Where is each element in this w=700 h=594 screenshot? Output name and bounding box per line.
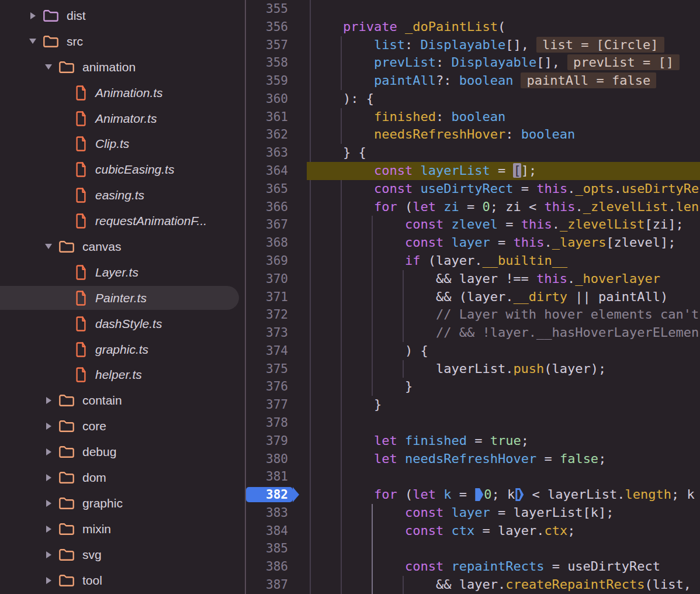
line-number-360[interactable]: 360 <box>246 90 307 108</box>
chevron-down-icon[interactable] <box>26 39 40 44</box>
code-content-373[interactable]: // && !layer.__hasHoverLayerELemen <box>307 324 700 342</box>
tree-item-core[interactable]: core <box>0 413 245 439</box>
code-content-378[interactable] <box>307 414 700 432</box>
tree-item-canvas[interactable]: canvas <box>0 234 245 260</box>
tree-item-graphic-ts[interactable]: graphic.ts <box>0 337 245 362</box>
tree-item-clip-ts[interactable]: Clip.ts <box>0 131 245 157</box>
tree-item-src[interactable]: src <box>0 29 245 54</box>
line-number-384[interactable]: 384 <box>246 522 307 540</box>
line-number-364[interactable]: 364 <box>246 162 307 180</box>
chevron-right-icon[interactable] <box>41 423 56 430</box>
code-content-356[interactable]: private _doPaintList( <box>307 18 700 36</box>
line-number-357[interactable]: 357 <box>246 36 307 54</box>
code-content-381[interactable] <box>307 468 700 486</box>
tree-item-graphic[interactable]: graphic <box>0 491 245 516</box>
code-content-362[interactable]: needsRefreshHover: boolean <box>307 126 700 144</box>
line-number-373[interactable]: 373 <box>246 324 307 342</box>
line-number-363[interactable]: 363 <box>246 144 307 162</box>
code-content-383[interactable]: const layer = layerList[k]; <box>307 504 700 522</box>
tree-item-layer-ts[interactable]: Layer.ts <box>0 260 245 285</box>
line-number-380[interactable]: 380 <box>246 450 307 468</box>
code-content-386[interactable]: const repaintRects = useDirtyRect <box>307 558 700 576</box>
chevron-down-icon[interactable] <box>41 64 56 70</box>
code-content-357[interactable]: list: Displayable[],list = [Circle] <box>307 36 700 54</box>
line-number-361[interactable]: 361 <box>246 108 307 126</box>
line-number-362[interactable]: 362 <box>246 126 307 144</box>
code-content-382[interactable]: for (let k = 0; k < layerList.length; k <box>307 486 700 504</box>
code-content-360[interactable]: ): { <box>307 90 700 108</box>
chevron-right-icon[interactable] <box>41 526 56 533</box>
code-content-363[interactable]: } { <box>307 144 700 162</box>
line-number-365[interactable]: 365 <box>246 180 307 198</box>
line-number-382[interactable]: 382 <box>246 486 307 504</box>
tree-item-debug[interactable]: debug <box>0 439 245 465</box>
code-content-358[interactable]: prevList: Displayable[],prevList = [] <box>307 54 700 72</box>
line-number-370[interactable]: 370 <box>246 270 307 288</box>
tree-item-painter-ts[interactable]: Painter.ts <box>0 285 245 311</box>
line-number-375[interactable]: 375 <box>246 360 307 378</box>
line-number-376[interactable]: 376 <box>246 378 307 396</box>
line-number-383[interactable]: 383 <box>246 504 307 522</box>
chevron-right-icon[interactable] <box>41 474 56 481</box>
code-content-384[interactable]: const ctx = layer.ctx; <box>307 522 700 540</box>
line-number-381[interactable]: 381 <box>246 468 307 486</box>
line-number-385[interactable]: 385 <box>246 540 307 558</box>
chevron-right-icon[interactable] <box>41 577 56 584</box>
tree-item-svg[interactable]: svg <box>0 542 245 568</box>
code-content-355[interactable] <box>307 0 700 18</box>
code-content-375[interactable]: layerList.push(layer); <box>307 360 700 378</box>
chevron-right-icon[interactable] <box>41 397 56 404</box>
line-number-369[interactable]: 369 <box>246 252 307 270</box>
tree-item-helper-ts[interactable]: helper.ts <box>0 362 245 388</box>
line-number-368[interactable]: 368 <box>246 234 307 252</box>
code-content-370[interactable]: && layer !== this._hoverlayer <box>307 270 700 288</box>
tree-item-requestanimationf[interactable]: requestAnimationF... <box>0 208 245 234</box>
line-number-377[interactable]: 377 <box>246 396 307 414</box>
line-number-374[interactable]: 374 <box>246 342 307 360</box>
tree-item-dom[interactable]: dom <box>0 465 245 491</box>
line-number-387[interactable]: 387 <box>246 576 307 594</box>
line-number-358[interactable]: 358 <box>246 54 307 72</box>
code-content-371[interactable]: && (layer.__dirty || paintAll) <box>307 288 700 306</box>
chevron-right-icon[interactable] <box>26 12 40 19</box>
tree-item-dashstyle-ts[interactable]: dashStyle.ts <box>0 311 245 337</box>
code-content-372[interactable]: // Layer with hover elements can't <box>307 306 700 324</box>
line-number-356[interactable]: 356 <box>246 18 307 36</box>
tree-item-animation-ts[interactable]: Animation.ts <box>0 80 245 106</box>
line-number-366[interactable]: 366 <box>246 198 307 216</box>
code-content-379[interactable]: let finished = true; <box>307 432 700 450</box>
code-content-366[interactable]: for (let zi = 0; zi < this._zlevelList.l… <box>307 198 700 216</box>
code-content-359[interactable]: paintAll?: booleanpaintAll = false <box>307 72 700 90</box>
code-content-380[interactable]: let needsRefreshHover = false; <box>307 450 700 468</box>
code-content-376[interactable]: } <box>307 378 700 396</box>
chevron-down-icon[interactable] <box>41 244 56 249</box>
code-content-365[interactable]: const useDirtyRect = this._opts.useDirty… <box>307 180 700 198</box>
tree-item-easing-ts[interactable]: easing.ts <box>0 182 245 208</box>
code-content-369[interactable]: if (layer.__builtin__ <box>307 252 700 270</box>
code-content-361[interactable]: finished: boolean <box>307 108 700 126</box>
code-content-367[interactable]: const zlevel = this._zlevelList[zi]; <box>307 216 700 234</box>
line-number-386[interactable]: 386 <box>246 558 307 576</box>
code-content-374[interactable]: ) { <box>307 342 700 360</box>
line-number-378[interactable]: 378 <box>246 414 307 432</box>
code-content-377[interactable]: } <box>307 396 700 414</box>
code-content-387[interactable]: && layer.createRepaintRects(list, <box>307 576 700 594</box>
line-number-355[interactable]: 355 <box>246 0 307 18</box>
code-content-364[interactable]: const layerList = []; <box>307 162 700 180</box>
chevron-right-icon[interactable] <box>41 448 56 455</box>
line-number-372[interactable]: 372 <box>246 306 307 324</box>
line-number-359[interactable]: 359 <box>246 72 307 90</box>
code-content-368[interactable]: const layer = this._layers[zlevel]; <box>307 234 700 252</box>
line-number-371[interactable]: 371 <box>246 288 307 306</box>
tree-item-contain[interactable]: contain <box>0 388 245 413</box>
chevron-right-icon[interactable] <box>41 551 56 558</box>
tree-item-tool[interactable]: tool <box>0 568 245 593</box>
chevron-right-icon[interactable] <box>41 500 56 507</box>
tree-item-animation[interactable]: animation <box>0 54 245 80</box>
tree-item-dist[interactable]: dist <box>0 3 245 29</box>
code-content-385[interactable] <box>307 540 700 558</box>
tree-item-animator-ts[interactable]: Animator.ts <box>0 106 245 132</box>
line-number-379[interactable]: 379 <box>246 432 307 450</box>
tree-item-cubiceasing-ts[interactable]: cubicEasing.ts <box>0 157 245 182</box>
tree-item-mixin[interactable]: mixin <box>0 516 245 542</box>
